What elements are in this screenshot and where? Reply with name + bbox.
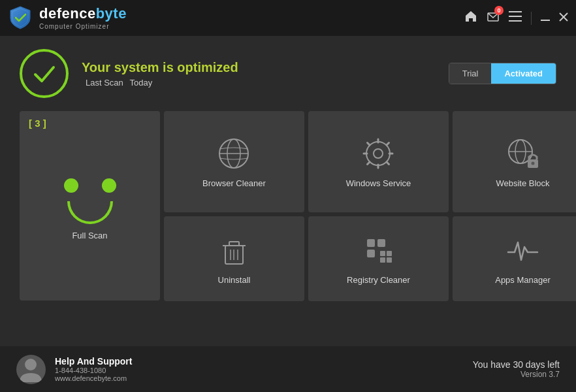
full-scan-tile[interactable]: [ 3 ] Full Scan <box>20 111 160 301</box>
features-grid: [ 3 ] Full Scan Browser Cleaner <box>20 111 556 301</box>
minimize-icon[interactable] <box>541 11 550 25</box>
svg-rect-32 <box>377 239 385 247</box>
full-scan-label: Full Scan <box>72 231 107 240</box>
main-content: Your system is optimized Last Scan Today… <box>0 36 576 314</box>
last-scan-label: Last Scan <box>86 78 123 88</box>
support-site: www.defencebyte.com <box>55 374 132 382</box>
website-block-label: Website Block <box>496 178 549 188</box>
last-scan-value: Today <box>129 78 152 88</box>
svg-rect-36 <box>380 257 385 263</box>
browser-cleaner-label: Browser Cleaner <box>202 178 266 188</box>
logo-shield-icon <box>8 5 33 30</box>
status-left: Your system is optimized Last Scan Today <box>20 49 238 98</box>
title-bar-controls: 0 <box>464 10 568 26</box>
footer-left: Help And Support 1-844-438-1080 www.defe… <box>16 355 132 384</box>
footer: Help And Support 1-844-438-1080 www.defe… <box>0 346 576 392</box>
home-icon[interactable] <box>464 10 477 26</box>
uninstall-label: Uninstall <box>218 275 251 285</box>
registry-cleaner-tile[interactable]: Registry Cleaner <box>308 216 449 301</box>
smiley-mouth <box>67 201 113 224</box>
support-person-icon <box>16 355 46 384</box>
footer-right: You have 30 days left Version 3.7 <box>473 359 560 379</box>
svg-line-19 <box>368 162 370 165</box>
menu-icon[interactable] <box>509 11 522 25</box>
svg-rect-31 <box>367 239 375 247</box>
logo-byte: byte <box>96 5 127 22</box>
svg-point-24 <box>532 161 535 165</box>
logo-defence: defence <box>39 5 96 22</box>
apps-manager-icon <box>505 233 541 269</box>
svg-line-17 <box>387 162 389 165</box>
support-title: Help And Support <box>55 356 132 367</box>
browser-cleaner-icon <box>216 136 252 172</box>
title-bar-divider <box>531 12 532 25</box>
apps-manager-label: Apps Manager <box>495 275 551 285</box>
windows-service-tile[interactable]: Windows Service <box>308 111 449 212</box>
activated-button[interactable]: Activated <box>491 63 556 84</box>
status-bar: Your system is optimized Last Scan Today… <box>20 49 556 98</box>
svg-rect-33 <box>367 250 375 257</box>
version-label: Version 3.7 <box>473 370 560 379</box>
svg-rect-37 <box>387 257 392 263</box>
browser-cleaner-tile[interactable]: Browser Cleaner <box>164 111 304 212</box>
svg-point-11 <box>374 149 383 158</box>
status-title: Your system is optimized <box>82 60 238 75</box>
svg-line-16 <box>368 142 370 145</box>
support-text: Help And Support 1-844-438-1080 www.defe… <box>55 356 132 382</box>
mail-icon[interactable]: 0 <box>487 10 500 26</box>
close-icon[interactable] <box>559 11 568 25</box>
website-block-icon <box>505 136 541 172</box>
svg-rect-35 <box>387 251 392 256</box>
smiley-right-eye <box>102 178 116 193</box>
trial-button[interactable]: Trial <box>449 63 492 84</box>
smiley-left-eye <box>64 178 78 193</box>
smiley-icon <box>57 172 123 224</box>
checkmark-icon <box>31 61 57 87</box>
support-avatar <box>16 355 46 384</box>
windows-service-icon <box>360 136 396 172</box>
notification-badge: 0 <box>494 6 504 15</box>
title-bar: defencebyte Computer Optimizer 0 <box>0 0 576 36</box>
svg-rect-4 <box>541 20 550 21</box>
svg-rect-3 <box>509 20 522 22</box>
uninstall-icon <box>216 233 252 269</box>
registry-cleaner-label: Registry Cleaner <box>347 275 410 285</box>
website-block-tile[interactable]: Website Block <box>453 111 576 212</box>
uninstall-tile[interactable]: Uninstall <box>164 216 304 301</box>
apps-manager-tile[interactable]: Apps Manager <box>453 216 576 301</box>
svg-line-18 <box>387 142 389 145</box>
status-scan: Last Scan Today <box>82 78 238 88</box>
logo-area: defencebyte Computer Optimizer <box>8 5 127 30</box>
support-phone: 1-844-438-1080 <box>55 367 132 374</box>
logo-text: defencebyte Computer Optimizer <box>39 5 127 30</box>
svg-point-38 <box>25 359 37 370</box>
full-scan-badge: [ 3 ] <box>29 118 46 129</box>
svg-rect-1 <box>509 11 522 12</box>
activation-buttons: Trial Activated <box>449 63 556 84</box>
svg-rect-2 <box>509 16 522 17</box>
days-left: You have 30 days left <box>473 359 560 370</box>
logo-subtitle: Computer Optimizer <box>39 23 127 31</box>
windows-service-label: Windows Service <box>346 178 411 188</box>
svg-rect-34 <box>380 251 385 256</box>
status-text-area: Your system is optimized Last Scan Today <box>82 60 238 88</box>
check-circle-icon <box>20 49 69 98</box>
registry-cleaner-icon <box>360 233 396 269</box>
svg-rect-27 <box>229 242 239 246</box>
